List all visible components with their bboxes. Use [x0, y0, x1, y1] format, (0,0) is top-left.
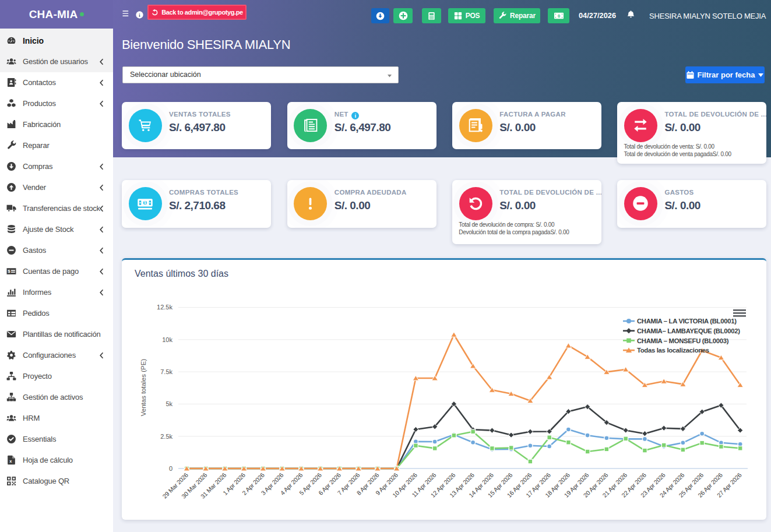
svg-text:0: 0 — [169, 465, 172, 472]
svg-text:$: $ — [8, 269, 10, 274]
svg-text:Ventas totales (PE): Ventas totales (PE) — [140, 359, 147, 417]
svg-text:0: 0 — [558, 13, 560, 19]
svg-text:Todas las localizaciones: Todas las localizaciones — [637, 347, 709, 354]
svg-text:CHAMIA – LA VICTORIA (BL0001): CHAMIA – LA VICTORIA (BL0001) — [637, 318, 737, 325]
svg-text:CHAMIA– LAMBAYEQUE (BL0002): CHAMIA– LAMBAYEQUE (BL0002) — [637, 327, 740, 334]
svg-text:$: $ — [144, 200, 146, 205]
svg-text:2.5k: 2.5k — [160, 433, 172, 440]
svg-text:7.5k: 7.5k — [160, 368, 172, 375]
svg-text:10k: 10k — [162, 336, 172, 343]
svg-text:CHAMIA – MONSEFU (BL0003): CHAMIA – MONSEFU (BL0003) — [637, 337, 729, 344]
svg-text:5k: 5k — [166, 400, 172, 407]
svg-text:12.5k: 12.5k — [157, 304, 172, 311]
